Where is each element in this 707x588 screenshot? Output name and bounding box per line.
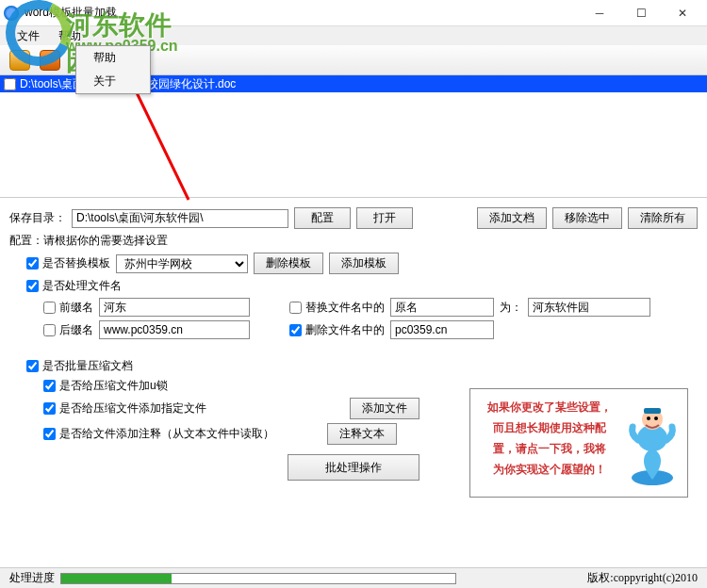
- open-button[interactable]: 打开: [356, 207, 413, 229]
- prefix-input[interactable]: [99, 298, 250, 317]
- suffix-input[interactable]: [99, 320, 250, 339]
- help-dropdown: 帮助 关于: [75, 45, 151, 94]
- maximize-button[interactable]: ☐: [620, 0, 662, 26]
- process-filename-check[interactable]: 是否处理文件名: [26, 278, 122, 294]
- genie-icon[interactable]: [623, 400, 682, 487]
- compress-addfile-check[interactable]: 是否给压缩文件添加指定文件: [43, 400, 206, 416]
- config-button[interactable]: 配置: [294, 207, 351, 229]
- svg-point-6: [654, 416, 658, 420]
- add-template-button[interactable]: 添加模板: [329, 253, 399, 274]
- delete-in-check[interactable]: 删除文件名中的: [289, 322, 385, 338]
- statusbar: 处理进度 版权:coppyright(c)2010: [0, 567, 707, 588]
- minimize-button[interactable]: ─: [579, 0, 620, 26]
- compress-check[interactable]: 是否批量压缩文档: [26, 358, 133, 374]
- menu-item-help[interactable]: 帮助: [76, 46, 150, 70]
- replace-to-input[interactable]: [528, 298, 650, 317]
- info-line1: 如果你更改了某些设置，: [474, 397, 625, 417]
- close-button[interactable]: ✕: [662, 0, 703, 26]
- adddoc-button[interactable]: 添加文档: [477, 207, 547, 229]
- delete-in-input[interactable]: [390, 320, 494, 339]
- menubar: 文件 帮助: [0, 26, 707, 45]
- svg-point-5: [647, 416, 650, 420]
- suffix-check[interactable]: 后缀名: [43, 322, 93, 338]
- menu-file[interactable]: 文件: [8, 26, 49, 45]
- compress-comment-check[interactable]: 是否给文件添加注释（从文本文件中读取）: [43, 426, 274, 442]
- clearall-button[interactable]: 清除所有: [628, 207, 698, 229]
- removesel-button[interactable]: 移除选中: [552, 207, 622, 229]
- toolbar-save-icon[interactable]: [40, 50, 60, 71]
- copyright: 版权:coppyright(c)2010: [587, 570, 698, 586]
- info-line4: 为你实现这个愿望的！: [474, 459, 625, 480]
- menu-help[interactable]: 帮助: [49, 26, 90, 45]
- template-select[interactable]: 苏州中学网校: [116, 254, 248, 273]
- savedir-label: 保存目录：: [9, 210, 66, 226]
- savedir-input[interactable]: [72, 209, 288, 228]
- progress-bar: [60, 573, 456, 584]
- replace-to-label: 为：: [500, 300, 522, 316]
- info-line3: 置，请点一下我，我将: [474, 438, 625, 459]
- addfile-button[interactable]: 添加文件: [350, 398, 419, 419]
- window-title: word模板批量加载: [25, 5, 579, 21]
- file-checkbox[interactable]: [4, 78, 16, 90]
- replace-template-check[interactable]: 是否替换模板: [26, 255, 110, 271]
- replace-from-input[interactable]: [390, 298, 494, 317]
- batch-process-button[interactable]: 批处理操作: [288, 454, 419, 481]
- svg-rect-4: [644, 408, 661, 414]
- info-line2: 而且想长期使用这种配: [474, 417, 625, 438]
- config-title: 配置：请根据你的需要选择设置: [9, 233, 168, 249]
- prefix-check[interactable]: 前缀名: [43, 300, 93, 316]
- toolbar-open-icon[interactable]: [9, 50, 30, 71]
- info-box: 如果你更改了某些设置， 而且想长期使用这种配 置，请点一下我，我将 为你实现这个…: [469, 388, 688, 498]
- delete-template-button[interactable]: 删除模板: [254, 253, 323, 274]
- app-icon: [4, 6, 19, 21]
- compress-lock-check[interactable]: 是否给压缩文件加u锁: [43, 378, 168, 394]
- titlebar: word模板批量加载 ─ ☐ ✕: [0, 0, 707, 26]
- replace-in-check[interactable]: 替换文件名中的: [289, 300, 385, 316]
- menu-item-about[interactable]: 关于: [76, 70, 150, 93]
- progress-label: 处理进度: [9, 570, 55, 586]
- comment-button[interactable]: 注释文本: [327, 423, 397, 445]
